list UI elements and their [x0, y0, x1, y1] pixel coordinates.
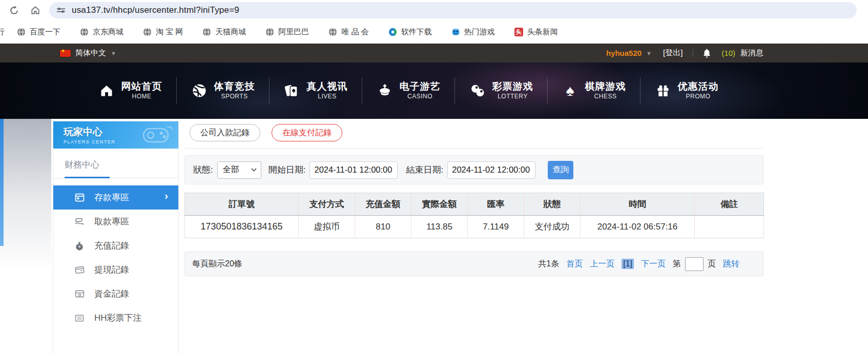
message-count[interactable]: (10) [721, 49, 735, 57]
sidebar-item-deposit-zone[interactable]: 存款專區 › [53, 185, 178, 210]
bookmark-baidu[interactable]: 百度一下 [17, 27, 60, 37]
prev-page-link[interactable]: 上一页 [590, 259, 614, 269]
language-selector[interactable]: 简体中文 [75, 48, 106, 58]
reload-button[interactable] [6, 3, 22, 18]
background-blue-strip [0, 119, 4, 246]
address-bar[interactable]: usa137.tv/hhcp/usercenter.html?iniType=9 [49, 2, 857, 18]
next-page-link[interactable]: 下一页 [641, 259, 666, 269]
sidebar-item-funds-record[interactable]: 資金記錄 [53, 282, 178, 306]
sports-ball-icon [191, 82, 208, 99]
col-exchange-rate: 匯率 [468, 193, 524, 216]
col-recharge-amount: 充值金額 [355, 193, 411, 216]
home-icon [30, 5, 40, 15]
user-caret-icon[interactable]: ▼ [646, 50, 652, 56]
user-topbar: 简体中文 ▼ hyhua520 ▼ [登出] (10) 新消息 [0, 44, 868, 63]
bookmark-games[interactable]: 热门游戏 [451, 27, 495, 37]
nav-item-promo[interactable]: 优惠活动PROMO [640, 77, 733, 104]
sidebar-item-withdraw-zone[interactable]: 取款專區 [53, 210, 178, 234]
jump-label-pre: 第 [673, 259, 681, 269]
globe-icon [143, 28, 152, 36]
background-decor [0, 119, 51, 288]
funds-icon [74, 288, 85, 300]
nav-item-lottery[interactable]: 彩票游戏LOTTERY [455, 77, 548, 104]
divider [693, 49, 693, 57]
page-size-label: 每頁顯示20條 [192, 259, 242, 269]
roulette-icon [376, 82, 394, 99]
pagination-bar: 每頁顯示20條 共1条 首页 上一页 [1] 下一页 第 页 跳转 [184, 252, 763, 276]
nav-item-home[interactable]: 网站首页HOME [84, 77, 177, 104]
first-page-link[interactable]: 首页 [566, 259, 583, 269]
bookmarks-bar: 行 百度一下 京东商城 淘 宝 网 天猫商城 阿里巴巴 唯 品 会 软件下载 热… [0, 20, 868, 44]
nav-item-lives[interactable]: 真人视讯LIVES [270, 77, 362, 104]
payment-records-table: 訂單號 支付方式 充值金額 實際金額 匯率 狀態 時間 備註 173050183… [184, 193, 764, 238]
sidebar-header: 玩家中心 PLAYERS CENTER [53, 121, 178, 149]
withdraw-icon [74, 216, 85, 227]
tabs-divider [184, 148, 763, 149]
sidebar-item-lottery-bets[interactable]: HH彩票下注 [53, 306, 178, 330]
software-download-icon [388, 28, 397, 36]
bookmark-software[interactable]: 软件下载 [388, 27, 432, 37]
nav-item-chess[interactable]: ♠ 棋牌游戏CHESS [548, 77, 640, 104]
start-date-label: 開始日期: [268, 164, 306, 176]
tab-online-payment-record[interactable]: 在線支付記錄 [272, 124, 342, 141]
cell-remark [695, 216, 764, 238]
main-panel: 公司入款記錄 在線支付記錄 狀態: 全部 開始日期: 結束日期: 查詢 訂單號 [184, 119, 763, 354]
cell-actual-amount: 113.85 [411, 216, 468, 238]
cell-order-no: 1730501836134165 [185, 216, 299, 238]
home-button[interactable] [28, 3, 43, 18]
toutiao-icon: 头 [514, 28, 523, 36]
col-actual-amount: 實際金額 [411, 193, 468, 216]
chevron-down-icon [251, 168, 257, 172]
status-select[interactable]: 全部 [217, 161, 261, 179]
cards-icon [283, 82, 301, 99]
browser-toolbar: usa137.tv/hhcp/usercenter.html?iniType=9 [0, 0, 868, 20]
gamepad-graphic [134, 124, 174, 147]
language-caret-icon[interactable]: ▼ [111, 50, 116, 56]
spade-icon: ♠ [562, 82, 579, 99]
status-label: 狀態: [193, 164, 213, 176]
moneybag-icon: ¥ [74, 240, 85, 252]
reload-icon [9, 6, 19, 15]
end-date-input[interactable] [447, 161, 535, 179]
search-button[interactable]: 查詢 [548, 161, 573, 179]
players-center-sidebar: 玩家中心 PLAYERS CENTER 财務中心 存款專區 › [53, 121, 179, 354]
url-text: usa137.tv/hhcp/usercenter.html?iniType=9 [72, 5, 239, 15]
china-flag-icon [60, 50, 71, 57]
start-date-input[interactable] [309, 161, 398, 179]
jump-link[interactable]: 跳转 [723, 259, 739, 269]
bookmark-taobao[interactable]: 淘 宝 网 [143, 27, 183, 37]
cell-exchange-rate: 7.1149 [468, 216, 524, 238]
end-date-label: 結束日期: [406, 164, 443, 176]
tab-company-deposit-record[interactable]: 公司入款記錄 [190, 124, 260, 141]
list-icon [74, 313, 85, 324]
bookmark-toutiao[interactable]: 头 头条新闻 [514, 27, 558, 37]
cell-recharge-amount: 810 [355, 216, 411, 238]
bookmark-tmall[interactable]: 天猫商城 [202, 27, 246, 37]
chevron-right-icon: › [164, 190, 168, 202]
bookmark-jd[interactable]: 京东商城 [80, 27, 123, 37]
bookmark-cutoff[interactable]: 行 [0, 27, 5, 37]
nav-item-sports[interactable]: 体育竞技SPORTS [177, 77, 270, 104]
table-row: 1730501836134165 虚拟币 810 113.85 7.1149 支… [185, 216, 764, 238]
bookmark-alibaba[interactable]: 阿里巴巴 [265, 27, 309, 37]
deposit-icon [74, 192, 85, 203]
page-number-input[interactable] [685, 257, 704, 271]
username[interactable]: hyhua520 [606, 49, 642, 57]
logout-link[interactable]: [登出] [663, 48, 683, 58]
col-remark: 備註 [695, 193, 764, 216]
page-content: 玩家中心 PLAYERS CENTER 财務中心 存款專區 › [0, 119, 868, 354]
table-header-row: 訂單號 支付方式 充值金額 實際金額 匯率 狀態 時間 備註 [185, 193, 764, 216]
sidebar-item-withdrawal-record[interactable]: 提現記錄 [53, 258, 178, 282]
total-count: 共1条 [538, 259, 559, 269]
message-link[interactable]: 新消息 [740, 48, 763, 58]
bell-icon[interactable] [702, 49, 711, 58]
site-info-icon[interactable] [56, 7, 66, 14]
lottery-balls-icon [469, 82, 486, 99]
bookmark-vip[interactable]: 唯 品 会 [328, 27, 368, 37]
jump-label-post: 页 [708, 259, 716, 269]
globe-icon [202, 28, 211, 36]
sidebar-item-recharge-record[interactable]: ¥ 充值記錄 [53, 234, 178, 258]
finance-center-heading: 财務中心 [53, 149, 178, 176]
globe-icon [17, 28, 26, 36]
nav-item-casino[interactable]: 电子游艺CASINO [362, 77, 455, 104]
